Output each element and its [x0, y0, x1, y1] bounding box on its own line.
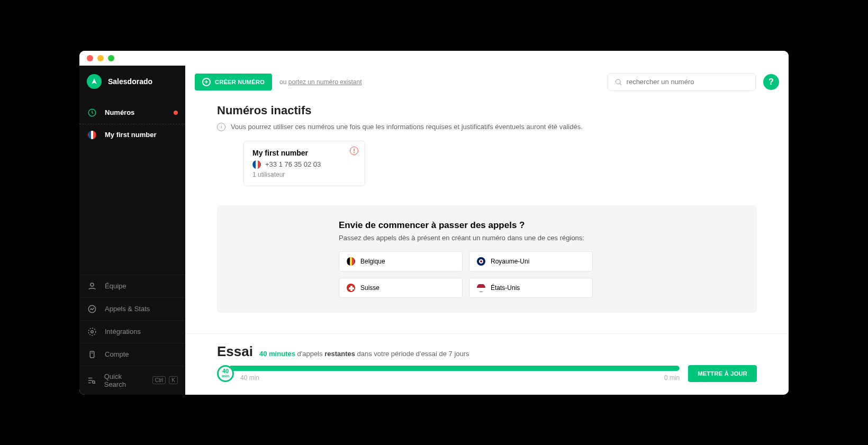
- flag-us-icon: [477, 284, 485, 292]
- flag-be-icon: [347, 257, 355, 266]
- sidebar-item-compte[interactable]: Compte: [79, 343, 185, 366]
- import-number-link[interactable]: portez un numéro existant: [288, 78, 362, 86]
- account-icon: [87, 350, 97, 359]
- number-card-phone: +33 1 76 35 02 03: [265, 160, 321, 168]
- brand-name: Salesdorado: [108, 77, 152, 86]
- progress-left-label: 40 min: [240, 374, 259, 382]
- import-number-text: ou portez un numéro existant: [279, 78, 361, 86]
- topbar: + CRÉER NUMÉRO ou portez un numéro exist…: [185, 66, 789, 98]
- region-button-belgique[interactable]: Belgique: [339, 251, 463, 271]
- window-zoom-icon[interactable]: [108, 55, 114, 61]
- sidebar-item-first-number[interactable]: My first number: [79, 124, 185, 146]
- window-titlebar: [79, 51, 789, 66]
- window-minimize-icon[interactable]: [97, 55, 104, 61]
- svg-rect-5: [90, 351, 94, 358]
- sidebar-item-numeros[interactable]: Numéros: [79, 102, 185, 124]
- search-list-icon: [87, 376, 97, 385]
- main-content: + CRÉER NUMÉRO ou portez un numéro exist…: [185, 66, 789, 395]
- flag-ch-icon: [347, 284, 355, 292]
- sidebar-item-equipe[interactable]: Équipe: [79, 275, 185, 297]
- region-label: Suisse: [360, 284, 379, 292]
- region-button-royaume-uni[interactable]: Royaume-Uni: [469, 251, 593, 271]
- number-card[interactable]: ! My first number +33 1 76 35 02 03 1 ut…: [243, 141, 365, 186]
- plus-circle-icon: +: [202, 78, 211, 86]
- sidebar-item-label: Compte: [105, 350, 129, 358]
- region-label: États-Unis: [491, 284, 520, 292]
- window-close-icon[interactable]: [87, 55, 93, 61]
- svg-point-3: [91, 330, 94, 333]
- team-icon: [87, 281, 97, 291]
- region-label: Belgique: [360, 258, 385, 265]
- flag-uk-icon: [477, 257, 485, 266]
- integrations-icon: [87, 327, 97, 337]
- progress-knob-icon: 40 min: [217, 365, 234, 382]
- search-icon: [614, 78, 622, 86]
- brand: Salesdorado: [79, 66, 185, 99]
- upgrade-button[interactable]: METTRE À JOUR: [688, 365, 757, 382]
- promo-panel: Envie de commencer à passer des appels ?…: [217, 205, 757, 313]
- sidebar-item-label: Numéros: [105, 108, 134, 116]
- trial-bar: Essai 40 minutes d'appels restantes dans…: [185, 333, 789, 395]
- svg-point-4: [88, 328, 96, 335]
- sidebar-item-integrations[interactable]: Intégrations: [79, 320, 185, 343]
- flag-fr-icon: [252, 160, 261, 169]
- search-input[interactable]: [627, 78, 749, 86]
- sidebar-item-quick-search[interactable]: Quick Search Ctrl K: [79, 366, 185, 395]
- svg-point-1: [91, 283, 94, 286]
- trial-description: 40 minutes d'appels restantes dans votre…: [259, 350, 469, 358]
- sidebar-item-label: Appels & Stats: [105, 305, 150, 313]
- region-button-suisse[interactable]: Suisse: [339, 278, 463, 298]
- region-label: Royaume-Uni: [491, 258, 529, 265]
- number-card-name: My first number: [252, 149, 356, 157]
- number-card-users: 1 utilisateur: [252, 171, 356, 178]
- promo-title: Envie de commencer à passer des appels ?: [339, 220, 635, 231]
- flag-fr-icon: [87, 131, 97, 139]
- search-input-wrapper[interactable]: [608, 73, 756, 91]
- promo-subtitle: Passez des appels dès à présent en créan…: [339, 234, 635, 242]
- inactive-numbers-subtitle: Vous pourrez utiliser ces numéros une fo…: [231, 123, 583, 131]
- sidebar-item-label: Quick Search: [104, 373, 143, 388]
- inactive-numbers-title: Numéros inactifs: [217, 104, 757, 117]
- stats-icon: [87, 304, 97, 314]
- progress-right-label: 0 min: [664, 374, 680, 382]
- sidebar-item-label: Équipe: [105, 282, 126, 290]
- sidebar-item-label: Intégrations: [105, 328, 141, 335]
- help-button[interactable]: ?: [763, 74, 779, 90]
- trial-title: Essai: [217, 343, 253, 360]
- warning-icon: !: [350, 147, 358, 155]
- app-window: Salesdorado Numéros My first number: [79, 51, 789, 395]
- notification-dot-icon: [174, 111, 178, 115]
- keyboard-shortcut: Ctrl K: [150, 376, 178, 384]
- region-button-etats-unis[interactable]: États-Unis: [469, 278, 593, 298]
- info-icon: i: [217, 123, 225, 131]
- svg-point-7: [616, 79, 620, 84]
- sidebar-item-appels[interactable]: Appels & Stats: [79, 297, 185, 320]
- progress-fill: [229, 366, 680, 371]
- sidebar-item-label: My first number: [105, 131, 157, 139]
- brand-logo-icon: [87, 74, 102, 89]
- button-label: CRÉER NUMÉRO: [215, 79, 265, 85]
- phone-icon: [87, 108, 97, 117]
- sidebar: Salesdorado Numéros My first number: [79, 66, 185, 395]
- trial-progress: 40 min 40 min 0 min: [217, 366, 680, 382]
- create-number-button[interactable]: + CRÉER NUMÉRO: [195, 74, 272, 90]
